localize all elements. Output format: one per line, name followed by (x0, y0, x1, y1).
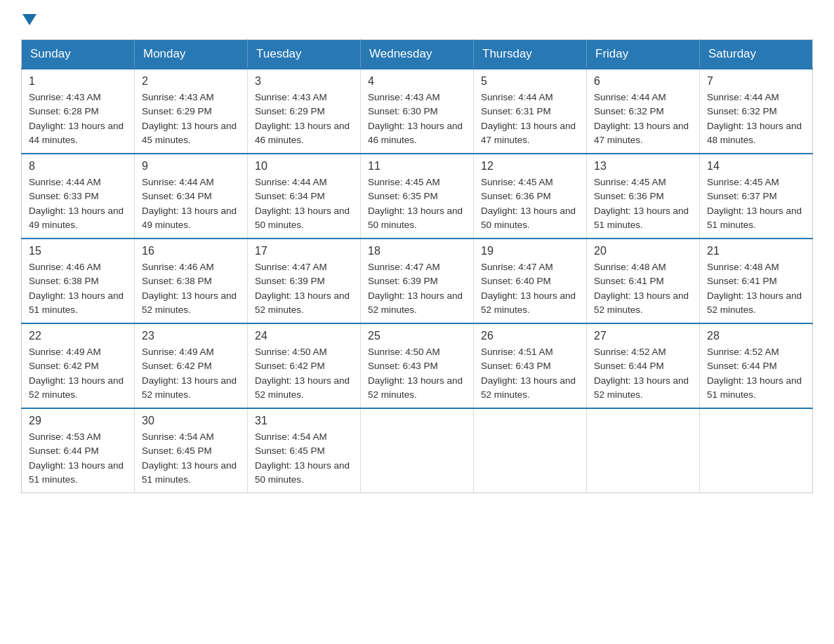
calendar-cell: 8Sunrise: 4:44 AMSunset: 6:33 PMDaylight… (22, 154, 135, 239)
day-info: Sunrise: 4:49 AMSunset: 6:42 PMDaylight:… (142, 345, 240, 402)
day-number: 10 (255, 160, 353, 173)
day-number: 22 (29, 330, 127, 342)
header-friday: Friday (587, 40, 700, 69)
day-number: 4 (368, 75, 466, 88)
calendar-row: 29Sunrise: 4:53 AMSunset: 6:44 PMDayligh… (22, 408, 813, 493)
day-info: Sunrise: 4:43 AMSunset: 6:28 PMDaylight:… (29, 90, 127, 147)
calendar-cell (587, 408, 700, 493)
day-info: Sunrise: 4:52 AMSunset: 6:44 PMDaylight:… (594, 345, 692, 402)
day-info: Sunrise: 4:50 AMSunset: 6:42 PMDaylight:… (255, 345, 353, 402)
day-info: Sunrise: 4:44 AMSunset: 6:32 PMDaylight:… (594, 90, 692, 147)
day-info: Sunrise: 4:50 AMSunset: 6:43 PMDaylight:… (368, 345, 466, 402)
calendar-cell: 15Sunrise: 4:46 AMSunset: 6:38 PMDayligh… (22, 239, 135, 323)
day-number: 29 (29, 415, 127, 427)
day-info: Sunrise: 4:43 AMSunset: 6:29 PMDaylight:… (255, 90, 353, 147)
calendar-cell: 31Sunrise: 4:54 AMSunset: 6:45 PMDayligh… (248, 408, 361, 493)
calendar-cell: 29Sunrise: 4:53 AMSunset: 6:44 PMDayligh… (22, 408, 135, 493)
day-info: Sunrise: 4:48 AMSunset: 6:41 PMDaylight:… (594, 260, 692, 317)
day-info: Sunrise: 4:48 AMSunset: 6:41 PMDaylight:… (707, 260, 805, 317)
calendar-cell (474, 408, 587, 493)
calendar-cell: 1Sunrise: 4:43 AMSunset: 6:28 PMDaylight… (22, 69, 135, 154)
header-wednesday: Wednesday (361, 40, 474, 69)
calendar-table: SundayMondayTuesdayWednesdayThursdayFrid… (21, 39, 813, 493)
calendar-row: 8Sunrise: 4:44 AMSunset: 6:33 PMDaylight… (22, 154, 813, 239)
day-number: 26 (481, 330, 579, 342)
calendar-cell: 16Sunrise: 4:46 AMSunset: 6:38 PMDayligh… (135, 239, 248, 323)
day-info: Sunrise: 4:52 AMSunset: 6:44 PMDaylight:… (707, 345, 805, 402)
calendar-cell: 26Sunrise: 4:51 AMSunset: 6:43 PMDayligh… (474, 323, 587, 408)
calendar-cell: 13Sunrise: 4:45 AMSunset: 6:36 PMDayligh… (587, 154, 700, 239)
day-info: Sunrise: 4:46 AMSunset: 6:38 PMDaylight:… (142, 260, 240, 317)
day-info: Sunrise: 4:45 AMSunset: 6:36 PMDaylight:… (481, 175, 579, 232)
calendar-cell: 5Sunrise: 4:44 AMSunset: 6:31 PMDaylight… (474, 69, 587, 154)
day-info: Sunrise: 4:54 AMSunset: 6:45 PMDaylight:… (142, 430, 240, 487)
calendar-cell: 14Sunrise: 4:45 AMSunset: 6:37 PMDayligh… (700, 154, 813, 239)
day-number: 28 (707, 330, 805, 342)
day-info: Sunrise: 4:47 AMSunset: 6:40 PMDaylight:… (481, 260, 579, 317)
day-number: 23 (142, 330, 240, 342)
calendar-cell: 24Sunrise: 4:50 AMSunset: 6:42 PMDayligh… (248, 323, 361, 408)
day-info: Sunrise: 4:45 AMSunset: 6:35 PMDaylight:… (368, 175, 466, 232)
day-number: 12 (481, 160, 579, 173)
calendar-cell (700, 408, 813, 493)
calendar-cell: 4Sunrise: 4:43 AMSunset: 6:30 PMDaylight… (361, 69, 474, 154)
calendar-row: 1Sunrise: 4:43 AMSunset: 6:28 PMDaylight… (22, 69, 813, 154)
day-number: 7 (707, 75, 805, 88)
calendar-cell: 30Sunrise: 4:54 AMSunset: 6:45 PMDayligh… (135, 408, 248, 493)
day-number: 17 (255, 245, 353, 257)
day-info: Sunrise: 4:54 AMSunset: 6:45 PMDaylight:… (255, 430, 353, 487)
logo (21, 14, 38, 25)
day-number: 5 (481, 75, 579, 88)
day-number: 18 (368, 245, 466, 257)
calendar-cell: 19Sunrise: 4:47 AMSunset: 6:40 PMDayligh… (474, 239, 587, 323)
day-number: 14 (707, 160, 805, 173)
day-number: 15 (29, 245, 127, 257)
day-info: Sunrise: 4:44 AMSunset: 6:31 PMDaylight:… (481, 90, 579, 147)
day-info: Sunrise: 4:53 AMSunset: 6:44 PMDaylight:… (29, 430, 127, 487)
day-number: 13 (594, 160, 692, 173)
calendar-cell: 18Sunrise: 4:47 AMSunset: 6:39 PMDayligh… (361, 239, 474, 323)
day-info: Sunrise: 4:45 AMSunset: 6:37 PMDaylight:… (707, 175, 805, 232)
day-info: Sunrise: 4:44 AMSunset: 6:34 PMDaylight:… (255, 175, 353, 232)
calendar-cell: 20Sunrise: 4:48 AMSunset: 6:41 PMDayligh… (587, 239, 700, 323)
day-number: 3 (255, 75, 353, 88)
day-info: Sunrise: 4:43 AMSunset: 6:29 PMDaylight:… (142, 90, 240, 147)
logo-arrow-icon (22, 14, 37, 25)
day-number: 25 (368, 330, 466, 342)
day-info: Sunrise: 4:51 AMSunset: 6:43 PMDaylight:… (481, 345, 579, 402)
day-number: 8 (29, 160, 127, 173)
day-number: 9 (142, 160, 240, 173)
calendar-cell: 10Sunrise: 4:44 AMSunset: 6:34 PMDayligh… (248, 154, 361, 239)
calendar-cell (361, 408, 474, 493)
calendar-cell: 12Sunrise: 4:45 AMSunset: 6:36 PMDayligh… (474, 154, 587, 239)
calendar-row: 15Sunrise: 4:46 AMSunset: 6:38 PMDayligh… (22, 239, 813, 323)
calendar-cell: 17Sunrise: 4:47 AMSunset: 6:39 PMDayligh… (248, 239, 361, 323)
day-number: 27 (594, 330, 692, 342)
calendar-cell: 28Sunrise: 4:52 AMSunset: 6:44 PMDayligh… (700, 323, 813, 408)
calendar-row: 22Sunrise: 4:49 AMSunset: 6:42 PMDayligh… (22, 323, 813, 408)
calendar-cell: 11Sunrise: 4:45 AMSunset: 6:35 PMDayligh… (361, 154, 474, 239)
calendar-cell: 2Sunrise: 4:43 AMSunset: 6:29 PMDaylight… (135, 69, 248, 154)
day-info: Sunrise: 4:44 AMSunset: 6:33 PMDaylight:… (29, 175, 127, 232)
day-info: Sunrise: 4:47 AMSunset: 6:39 PMDaylight:… (368, 260, 466, 317)
calendar-cell: 9Sunrise: 4:44 AMSunset: 6:34 PMDaylight… (135, 154, 248, 239)
day-info: Sunrise: 4:46 AMSunset: 6:38 PMDaylight:… (29, 260, 127, 317)
day-number: 1 (29, 75, 127, 88)
day-info: Sunrise: 4:43 AMSunset: 6:30 PMDaylight:… (368, 90, 466, 147)
calendar-cell: 3Sunrise: 4:43 AMSunset: 6:29 PMDaylight… (248, 69, 361, 154)
header-row: SundayMondayTuesdayWednesdayThursdayFrid… (22, 40, 813, 69)
day-number: 30 (142, 415, 240, 427)
day-number: 6 (594, 75, 692, 88)
day-number: 21 (707, 245, 805, 257)
header-tuesday: Tuesday (248, 40, 361, 69)
day-info: Sunrise: 4:45 AMSunset: 6:36 PMDaylight:… (594, 175, 692, 232)
header-saturday: Saturday (700, 40, 813, 69)
calendar-cell: 25Sunrise: 4:50 AMSunset: 6:43 PMDayligh… (361, 323, 474, 408)
header-thursday: Thursday (474, 40, 587, 69)
day-info: Sunrise: 4:44 AMSunset: 6:32 PMDaylight:… (707, 90, 805, 147)
calendar-cell: 22Sunrise: 4:49 AMSunset: 6:42 PMDayligh… (22, 323, 135, 408)
day-info: Sunrise: 4:49 AMSunset: 6:42 PMDaylight:… (29, 345, 127, 402)
day-info: Sunrise: 4:44 AMSunset: 6:34 PMDaylight:… (142, 175, 240, 232)
page-header (21, 14, 813, 25)
calendar-cell: 7Sunrise: 4:44 AMSunset: 6:32 PMDaylight… (700, 69, 813, 154)
